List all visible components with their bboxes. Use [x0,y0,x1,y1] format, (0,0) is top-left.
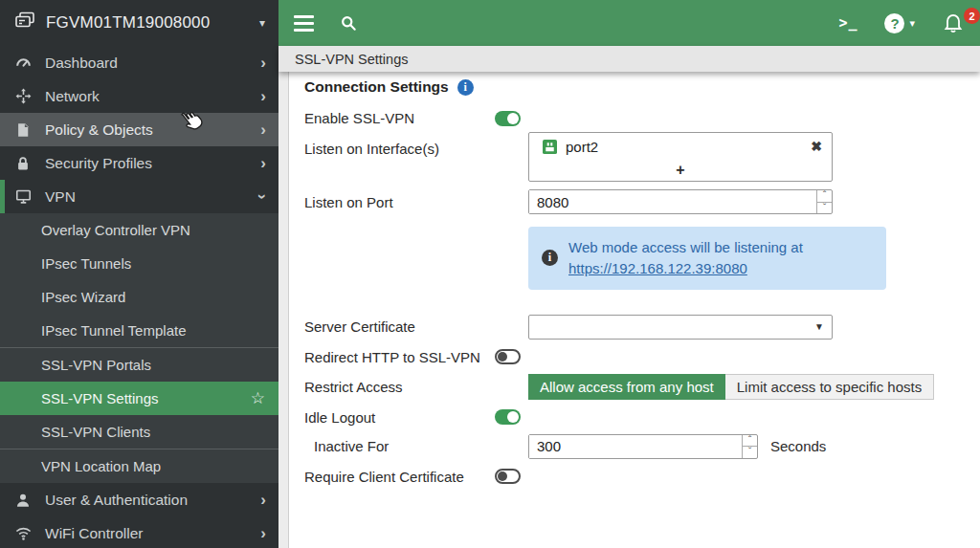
settings-panel: Connection Settings i Enable SSL-VPN Lis… [289,72,980,548]
field-label: Listen on Port [289,194,495,210]
submenu-label: SSL-VPN Settings [41,390,159,406]
server-certificate-select[interactable]: ▼ [528,315,833,340]
search-icon[interactable] [339,13,358,33]
section-info-icon[interactable]: i [457,79,474,96]
notification-badge: 2 [964,8,980,24]
listen-port-input[interactable] [529,190,816,213]
hamburger-menu-icon[interactable] [294,15,314,32]
sidebar-item-dashboard[interactable]: Dashboard › [0,46,278,79]
field-label: Server Certificate [289,318,495,335]
sidebar-item-overlay-controller-vpn[interactable]: Overlay Controller VPN [0,213,278,247]
policy-icon [13,121,33,140]
enable-ssl-vpn-toggle[interactable] [495,111,521,126]
interface-list: port2 ✖ + [528,132,833,182]
sidebar-item-label: WiFi Controller [45,525,143,542]
require-client-cert-toggle[interactable] [495,469,521,484]
fortigate-app: FGVM01TM19008000 ▾ Dashboard › Network › [0,0,980,548]
device-caret-icon: ▾ [259,16,265,30]
monitor-icon [13,187,33,207]
sidebar-item-policy-objects[interactable]: Policy & Objects › [0,113,278,146]
listen-port-spinner[interactable]: ˆˇ [816,190,832,213]
submenu-label: SSL-VPN Portals [41,357,151,373]
submenu-label: SSL-VPN Clients [41,424,150,440]
field-label: Enable SSL-VPN [289,110,495,126]
notifications-button[interactable]: 2 [942,11,967,35]
field-listen-interfaces: Listen on Interface(s) port2 ✖ [289,132,980,182]
chevron-right-icon: › [260,121,266,138]
sidebar-item-label: Network [45,88,100,105]
field-enable-ssl-vpn: Enable SSL-VPN [289,110,980,126]
main-area: >_ ? ▾ 2 SSL-VPN Settings [278,0,980,548]
field-inactive-for: Inactive For ˆˇ Seconds [289,434,980,459]
inactive-for-input[interactable] [529,435,742,458]
sidebar-item-ssl-vpn-settings[interactable]: SSL-VPN Settings ☆ [0,382,278,415]
web-mode-alert: i Web mode access will be listening at h… [528,227,886,290]
field-label: Require Client Certificate [289,469,495,485]
device-selector[interactable]: FGVM01TM19008000 ▾ [0,0,278,46]
sidebar-item-label: VPN [45,188,76,206]
sidebar: FGVM01TM19008000 ▾ Dashboard › Network › [0,0,278,548]
field-idle-logout: Idle Logout [289,409,980,426]
interface-entry[interactable]: port2 ✖ [529,133,832,160]
option-limit-hosts[interactable]: Limit access to specific hosts [725,374,934,400]
sidebar-item-security-profiles[interactable]: Security Profiles › [0,146,278,180]
sidebar-item-ipsec-wizard[interactable]: IPsec Wizard [0,280,278,314]
field-label: Redirect HTTP to SSL-VPN [289,349,495,365]
add-interface-button[interactable]: + [529,160,832,181]
field-label: Restrict Access [289,379,495,395]
listen-url-link[interactable]: https://192.168.122.39:8080 [568,260,747,276]
user-icon [13,491,33,510]
submenu-label: IPsec Tunnels [41,255,131,272]
gauge-icon [13,54,33,73]
inactive-for-spinner[interactable]: ˆˇ [742,435,757,458]
sidebar-item-ipsec-tunnel-template[interactable]: IPsec Tunnel Template [0,314,278,347]
remove-interface-icon[interactable]: ✖ [811,139,822,154]
chevron-right-icon: › [260,155,266,171]
field-restrict-access: Restrict Access Allow access from any ho… [289,374,980,400]
sidebar-item-vpn-location-map[interactable]: VPN Location Map [0,449,278,483]
chevron-right-icon: › [260,525,266,541]
help-icon: ? [884,13,904,33]
listen-port-inputbox: ˆˇ [528,189,833,214]
content-area: Connection Settings i Enable SSL-VPN Lis… [278,72,980,548]
inactive-for-inputbox: ˆˇ [528,434,758,459]
sidebar-item-network[interactable]: Network › [0,79,278,113]
sidebar-item-user-authentication[interactable]: User & Authentication › [0,483,278,516]
interface-icon [543,140,557,154]
sidebar-item-wifi-controller[interactable]: WiFi Controller › [0,516,278,548]
help-menu[interactable]: ? ▾ [884,13,915,33]
cli-console-icon[interactable]: >_ [838,14,858,32]
field-redirect-http: Redirect HTTP to SSL-VPN [289,349,980,365]
field-label: Idle Logout [289,409,495,426]
sidebar-item-ssl-vpn-portals[interactable]: SSL-VPN Portals [0,348,278,382]
bell-icon [942,11,965,33]
restrict-access-segmented: Allow access from any host Limit access … [528,374,934,400]
info-icon: i [542,250,558,266]
content-gutter [278,72,289,548]
submenu-label: Overlay Controller VPN [41,222,190,238]
top-navbar: >_ ? ▾ 2 [278,0,980,46]
sidebar-item-ipsec-tunnels[interactable]: IPsec Tunnels [0,247,278,280]
section-header: Connection Settings i [289,78,980,96]
device-icon [13,10,36,36]
sidebar-item-vpn[interactable]: VPN › [0,180,278,213]
sidebar-item-ssl-vpn-clients[interactable]: SSL-VPN Clients [0,415,278,449]
wifi-icon [13,524,33,543]
tab-ssl-vpn-settings[interactable]: SSL-VPN Settings [295,52,408,67]
web-mode-alert-row: i Web mode access will be listening at h… [289,227,980,290]
favorite-star-icon[interactable]: ☆ [251,388,265,408]
sidebar-item-label: Dashboard [45,55,118,72]
section-title: Connection Settings [304,78,449,96]
option-allow-any-host[interactable]: Allow access from any host [528,374,725,400]
sidebar-item-label: User & Authentication [45,492,188,509]
field-listen-port: Listen on Port ˆˇ [289,189,980,214]
help-caret-icon: ▾ [909,17,915,30]
idle-logout-toggle[interactable] [495,409,521,425]
redirect-http-toggle[interactable] [495,349,521,364]
lock-icon [13,154,33,173]
field-server-certificate: Server Certificate ▼ [289,315,980,340]
field-require-client-cert: Require Client Certificate [289,469,980,485]
submenu-label: IPsec Wizard [41,289,125,305]
arrows-move-icon [13,87,33,106]
chevron-down-icon: › [256,194,272,200]
